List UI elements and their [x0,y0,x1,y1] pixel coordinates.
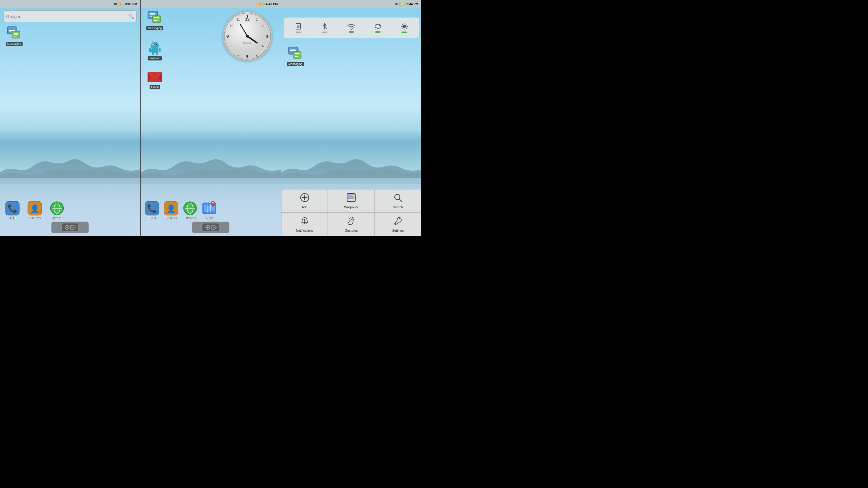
svg-text:11: 11 [237,18,240,21]
messaging-icon-right[interactable]: Messaging [285,46,306,69]
svg-line-117 [399,199,402,201]
menu-add[interactable]: Add [281,189,328,213]
menu-search[interactable]: Search [375,189,421,213]
drawer-button-left[interactable] [51,222,89,233]
contacts-icon-left[interactable]: 👤 Contacts [25,201,44,219]
browser-icon-middle[interactable]: Browser [182,201,198,219]
maps-label-middle: Maps [206,216,213,219]
messaging-label-middle: Messaging [146,26,163,30]
dialer-icon-middle[interactable]: 📞 Dialer [144,201,160,219]
settings-label: Settings [392,229,404,232]
svg-point-66 [246,35,249,38]
svg-rect-41 [151,48,158,53]
twidroid-icon-middle[interactable]: Twidroid [145,40,165,63]
menu-gestures[interactable]: Gestures [328,213,374,236]
google-search-text: Google [6,14,128,19]
svg-line-97 [406,28,407,29]
status-bar-middle: ⚡ 📶 🔋 4:41 PM [141,0,281,8]
messaging-img-right [288,46,303,61]
svg-point-115 [352,195,354,197]
svg-line-40 [157,41,157,42]
svg-text:9: 9 [226,34,229,38]
dialer-icon-left[interactable]: 📞 Dialer [3,201,22,219]
bottom-dock-middle: 📞 Dialer 👤 Contacts [141,201,281,233]
separator-mid-right [281,0,281,236]
time-left: 3:03 PM [125,2,137,6]
drawer-button-middle[interactable] [192,222,229,233]
svg-line-98 [406,24,407,25]
power-bluetooth[interactable] [318,22,331,33]
google-search-bar-left[interactable]: Google 🔍 [3,10,136,22]
svg-text:2: 2 [262,24,264,28]
svg-point-90 [351,29,352,30]
browser-label-left: Browser [52,216,62,219]
svg-text:8: 8 [230,44,232,48]
app-drawer-left[interactable] [3,222,137,233]
power-wifi[interactable] [345,23,358,33]
dialer-label-left: Dialer [8,216,16,219]
maps-icon-middle[interactable]: Maps [201,201,218,219]
signal-3g-right: 3G [395,3,398,5]
signal-bars-middle: 📶 [258,3,261,5]
phone-panel-middle: ⚡ 📶 🔋 4:41 PM [141,0,281,236]
svg-text:6: 6 [246,54,249,59]
messaging-icon-topleft[interactable]: Messaging [4,26,24,48]
svg-point-38 [156,44,157,45]
menu-wallpaper[interactable]: Wallpaper [328,189,374,213]
menu-notifications[interactable]: Notifications [281,213,328,236]
phone-panel-left: 3G 📶 🔋 3:03 PM Google 🔍 [0,0,140,236]
svg-text:HALMO: HALMO [243,42,251,44]
time-middle: 4:41 PM [266,2,278,6]
mobile-data-indicator [296,32,301,33]
status-bar-right: 3G 📶 🔋 2:44 PM [281,0,421,8]
power-mobile-data[interactable] [292,22,305,33]
power-widget-right [283,18,419,38]
svg-point-124 [395,223,396,225]
battery-right: 🔋 [403,3,406,5]
wallpaper-label: Wallpaper [344,205,358,209]
bottom-icons-middle: 📞 Dialer 👤 Contacts [144,201,278,219]
add-label: Add [302,205,308,209]
browser-icon-left[interactable]: Browser [48,201,66,219]
browser-label-middle: Browser [185,216,195,219]
messaging-img-middle [147,10,162,26]
messaging-icon-top-middle[interactable]: Messaging [145,10,165,33]
svg-text:10: 10 [230,24,233,28]
status-bar-left: 3G 📶 🔋 3:03 PM [0,0,140,8]
wifi-indicator [349,31,354,33]
menu-settings[interactable]: Settings [375,213,421,236]
svg-text:📞: 📞 [147,204,157,213]
messaging-label-left: Messaging [6,42,23,46]
contacts-label-left: Contacts [29,216,40,219]
clock-face-middle: 12 3 6 9 2 4 11 10 8 7 5 1 HALMO [223,11,272,61]
svg-line-96 [402,24,403,25]
status-icons-right: 3G 📶 🔋 [395,3,406,5]
search-icon-left[interactable]: 🔍 [128,13,134,19]
status-icons-middle: ⚡ 📶 🔋 [254,3,266,6]
dialer-label-middle: Dialer [148,216,156,219]
signal-3g-left: 3G [114,3,117,5]
app-drawer-middle[interactable] [144,222,278,233]
svg-text:👤: 👤 [166,204,176,213]
battery-middle: 🔋 [262,3,266,5]
svg-point-120 [305,223,306,224]
separator-left-mid [140,0,141,236]
svg-text:1: 1 [256,18,258,21]
battery-left: 🔋 [122,3,125,5]
add-icon [300,193,309,204]
contacts-label-middle: Contacts [165,216,177,219]
power-sync[interactable] [371,23,384,33]
bluetooth-indicator [322,32,327,33]
power-brightness[interactable] [398,22,411,33]
gmail-icon-middle[interactable]: Gmail [145,69,165,92]
bottom-icons-left: 📞 Dialer 👤 Contacts [3,201,137,219]
gestures-label: Gestures [345,229,358,232]
search-label: Search [393,205,403,209]
svg-line-39 [152,41,153,42]
svg-text:4: 4 [262,44,264,48]
brightness-indicator [402,32,407,33]
usb-icon-middle: ⚡ [254,3,257,6]
contacts-icon-middle[interactable]: 👤 Contacts [163,201,179,219]
svg-rect-42 [149,48,151,52]
svg-text:3: 3 [266,34,268,38]
